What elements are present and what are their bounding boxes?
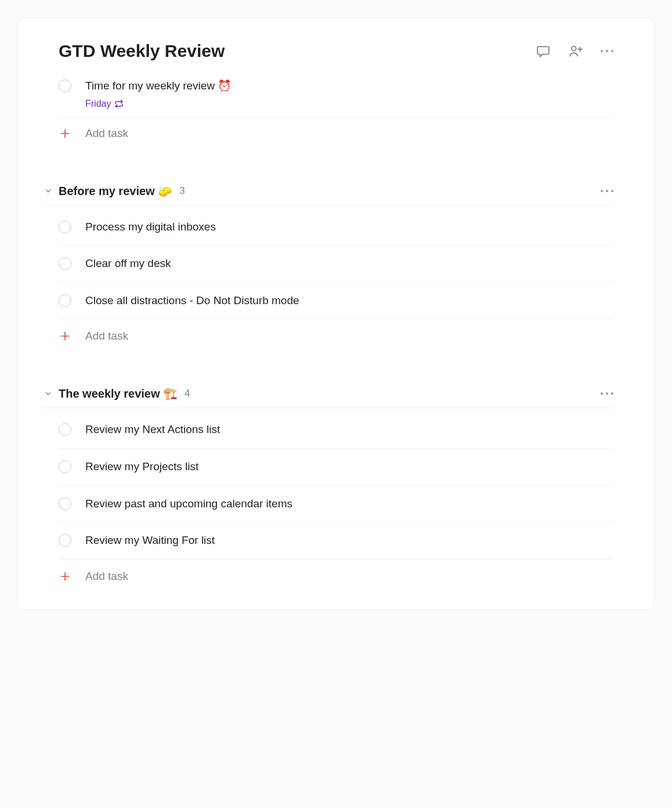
section: Before my review 🧽 3 Process my digital … xyxy=(59,184,613,352)
task-title: Review my Waiting For list xyxy=(85,533,613,549)
task-checkbox[interactable] xyxy=(59,534,71,547)
project-card: GTD Weekly Review xyxy=(17,17,655,610)
section: The weekly review 🏗️ 4 Review my Next Ac… xyxy=(59,387,613,591)
add-task-label: Add task xyxy=(85,330,128,342)
task-title: Process my digital inboxes xyxy=(85,219,613,235)
section-more-icon[interactable] xyxy=(601,392,613,395)
more-options-icon[interactable] xyxy=(601,50,613,52)
section-count: 3 xyxy=(179,185,185,197)
task-title: Review my Projects list xyxy=(85,459,613,475)
task-title: Time for my weekly review ⏰ xyxy=(85,78,613,94)
section-header: Before my review 🧽 3 xyxy=(42,184,613,205)
section-task-list: Review my Next Actions list Review my Pr… xyxy=(59,412,613,591)
task-title: Close all distractions - Do Not Disturb … xyxy=(85,293,613,309)
header-actions xyxy=(536,44,613,59)
task-content: Time for my weekly review ⏰ Friday xyxy=(85,78,613,109)
add-task-button[interactable]: Add task xyxy=(59,118,613,149)
comment-icon[interactable] xyxy=(536,44,551,59)
repeat-icon xyxy=(114,99,124,109)
section-more-icon[interactable] xyxy=(601,190,613,192)
plus-icon xyxy=(59,570,71,583)
project-header: GTD Weekly Review xyxy=(59,41,613,61)
task-item[interactable]: Review past and upcoming calendar items xyxy=(59,486,613,523)
task-title: Review past and upcoming calendar items xyxy=(85,496,613,512)
add-task-button[interactable]: Add task xyxy=(59,560,613,592)
primary-task-list: Time for my weekly review ⏰ Friday xyxy=(59,78,613,149)
task-checkbox[interactable] xyxy=(59,80,71,92)
task-item[interactable]: Process my digital inboxes xyxy=(59,209,613,246)
task-title: Clear off my desk xyxy=(85,256,613,272)
task-checkbox[interactable] xyxy=(59,294,71,307)
task-item[interactable]: Review my Next Actions list xyxy=(59,412,613,449)
chevron-down-icon[interactable] xyxy=(42,185,54,197)
section-task-list: Process my digital inboxes Clear off my … xyxy=(59,209,613,352)
task-checkbox[interactable] xyxy=(59,423,71,436)
task-item[interactable]: Time for my weekly review ⏰ Friday xyxy=(59,78,613,118)
add-task-label: Add task xyxy=(85,127,128,140)
chevron-down-icon[interactable] xyxy=(42,388,54,399)
task-item[interactable]: Close all distractions - Do Not Disturb … xyxy=(59,283,613,320)
share-icon[interactable] xyxy=(568,44,583,59)
task-date: Friday xyxy=(85,99,111,109)
task-checkbox[interactable] xyxy=(59,460,71,473)
section-title[interactable]: Before my review 🧽 xyxy=(59,184,172,198)
task-checkbox[interactable] xyxy=(59,221,71,233)
task-item[interactable]: Review my Waiting For list xyxy=(59,522,613,560)
task-item[interactable]: Review my Projects list xyxy=(59,449,613,486)
section-title[interactable]: The weekly review 🏗️ xyxy=(59,387,178,401)
plus-icon xyxy=(59,127,71,140)
svg-point-0 xyxy=(572,46,576,51)
task-item[interactable]: Clear off my desk xyxy=(59,246,613,283)
section-count: 4 xyxy=(185,388,190,399)
plus-icon xyxy=(59,330,71,342)
task-checkbox[interactable] xyxy=(59,497,71,510)
project-title: GTD Weekly Review xyxy=(59,41,225,61)
task-title: Review my Next Actions list xyxy=(85,422,613,438)
task-checkbox[interactable] xyxy=(59,257,71,270)
add-task-label: Add task xyxy=(85,570,128,583)
add-task-button[interactable]: Add task xyxy=(59,319,613,352)
section-header: The weekly review 🏗️ 4 xyxy=(42,387,613,408)
task-meta[interactable]: Friday xyxy=(85,99,613,109)
